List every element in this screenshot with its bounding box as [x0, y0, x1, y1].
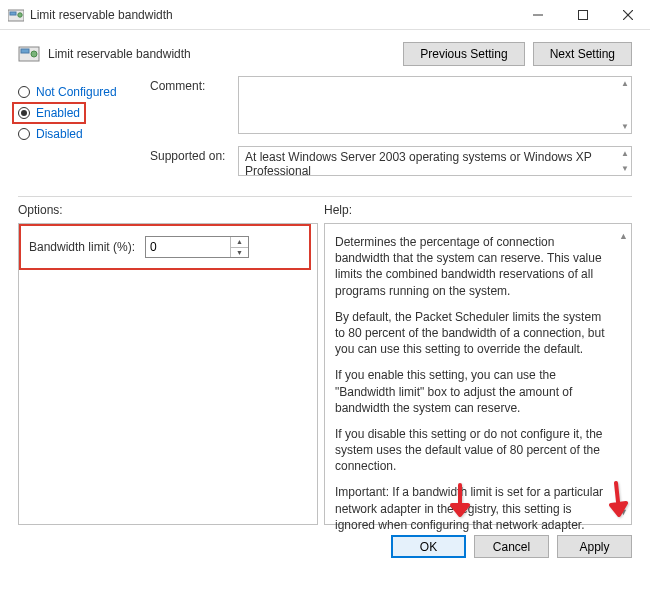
- chevron-up-icon: ▲: [621, 149, 629, 158]
- chevron-up-icon: ▲: [619, 230, 628, 242]
- chevron-up-icon: ▲: [236, 238, 243, 245]
- radio-enabled[interactable]: Enabled: [12, 102, 86, 124]
- supported-on-text: At least Windows Server 2003 operating s…: [238, 146, 632, 176]
- svg-rect-4: [578, 10, 587, 19]
- next-setting-button[interactable]: Next Setting: [533, 42, 632, 66]
- bandwidth-limit-label: Bandwidth limit (%):: [29, 240, 135, 254]
- bandwidth-limit-spinner[interactable]: ▲ ▼: [145, 236, 249, 258]
- state-radio-group: Not Configured Enabled Disabled: [18, 76, 138, 184]
- scroll-indicator: ▼: [621, 122, 629, 131]
- policy-title: Limit reservable bandwidth: [48, 47, 403, 61]
- help-section-label: Help:: [324, 203, 632, 217]
- svg-point-9: [31, 51, 37, 57]
- radio-disabled[interactable]: Disabled: [18, 124, 138, 144]
- svg-rect-8: [21, 49, 29, 53]
- minimize-button[interactable]: [515, 0, 560, 29]
- close-button[interactable]: [605, 0, 650, 29]
- help-paragraph: By default, the Packet Scheduler limits …: [335, 309, 611, 358]
- scrollbar[interactable]: ▲ ▼: [619, 230, 628, 518]
- supported-label: Supported on:: [150, 146, 238, 176]
- radio-icon: [18, 86, 30, 98]
- radio-label: Enabled: [36, 106, 80, 120]
- scroll-indicator: ▲: [621, 79, 629, 88]
- previous-setting-button[interactable]: Previous Setting: [403, 42, 524, 66]
- divider: [18, 196, 632, 197]
- help-paragraph: If you disable this setting or do not co…: [335, 426, 611, 475]
- comment-textarea[interactable]: ▲ ▼: [238, 76, 632, 134]
- svg-rect-1: [10, 12, 16, 15]
- radio-label: Disabled: [36, 127, 83, 141]
- header: Limit reservable bandwidth Previous Sett…: [0, 30, 650, 76]
- ok-button[interactable]: OK: [391, 535, 466, 558]
- chevron-down-icon: ▼: [619, 506, 628, 518]
- bandwidth-limit-input[interactable]: [146, 237, 230, 257]
- options-panel: Bandwidth limit (%): ▲ ▼: [18, 223, 318, 525]
- radio-label: Not Configured: [36, 85, 117, 99]
- titlebar: Limit reservable bandwidth: [0, 0, 650, 30]
- policy-icon: [8, 7, 24, 23]
- window-controls: [515, 0, 650, 29]
- policy-detail-icon: [18, 43, 40, 65]
- svg-point-2: [18, 12, 22, 16]
- help-paragraph: If you enable this setting, you can use …: [335, 367, 611, 416]
- scroll-indicator: ▼: [621, 164, 629, 173]
- comment-label: Comment:: [150, 76, 238, 134]
- radio-not-configured[interactable]: Not Configured: [18, 82, 138, 102]
- window-title: Limit reservable bandwidth: [30, 8, 515, 22]
- maximize-button[interactable]: [560, 0, 605, 29]
- chevron-down-icon: ▼: [621, 164, 629, 173]
- spinner-up-button[interactable]: ▲: [231, 237, 248, 248]
- radio-icon: [18, 128, 30, 140]
- help-panel: Determines the percentage of connection …: [324, 223, 632, 525]
- bandwidth-limit-row: Bandwidth limit (%): ▲ ▼: [19, 224, 311, 270]
- scroll-indicator: ▲: [621, 149, 629, 158]
- help-paragraph: Determines the percentage of connection …: [335, 234, 611, 299]
- radio-icon: [18, 107, 30, 119]
- help-paragraph: Important: If a bandwidth limit is set f…: [335, 484, 611, 533]
- spinner-down-button[interactable]: ▼: [231, 248, 248, 258]
- options-section-label: Options:: [18, 203, 324, 217]
- cancel-button[interactable]: Cancel: [474, 535, 549, 558]
- apply-button[interactable]: Apply: [557, 535, 632, 558]
- chevron-down-icon: ▼: [621, 122, 629, 131]
- chevron-up-icon: ▲: [621, 79, 629, 88]
- chevron-down-icon: ▼: [236, 249, 243, 256]
